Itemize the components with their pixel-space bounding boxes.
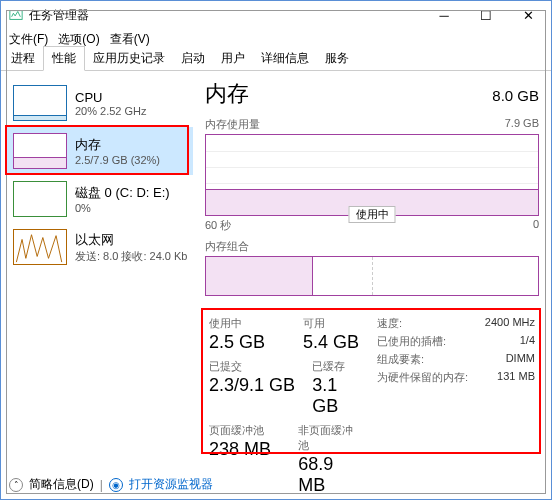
in-use-label: 使用中 (209, 316, 287, 331)
total-memory: 8.0 GB (492, 87, 539, 104)
meta-info: 速度:2400 MHz 已使用的插槽:1/4 组成要素:DIMM 为硬件保留的内… (377, 316, 535, 502)
usage-max: 7.9 GB (505, 117, 539, 132)
memory-composition-chart (205, 256, 539, 296)
net-title: 以太网 (75, 231, 188, 249)
mem-thumb (13, 133, 67, 169)
sidebar-item-memory[interactable]: 内存 2.5/7.9 GB (32%) (7, 127, 193, 175)
cpu-sub: 20% 2.52 GHz (75, 105, 147, 117)
sidebar-item-disk[interactable]: 磁盘 0 (C: D: E:) 0% (7, 175, 193, 223)
paged-label: 页面缓冲池 (209, 423, 282, 438)
tab-performance[interactable]: 性能 (43, 46, 85, 71)
committed-value: 2.3/9.1 GB (209, 375, 296, 396)
disk-sub: 0% (75, 202, 170, 214)
net-thumb (13, 229, 67, 265)
mem-sub: 2.5/7.9 GB (32%) (75, 154, 160, 166)
sidebar-item-cpu[interactable]: CPU 20% 2.52 GHz (7, 79, 193, 127)
cached-label: 已缓存 (312, 359, 361, 374)
available-value: 5.4 GB (303, 332, 359, 353)
available-label: 可用 (303, 316, 359, 331)
axis-left: 60 秒 (205, 218, 231, 233)
page-title: 内存 (205, 79, 249, 109)
in-use-value: 2.5 GB (209, 332, 287, 353)
net-sub: 发送: 8.0 接收: 24.0 Kb (75, 249, 188, 264)
mem-title: 内存 (75, 136, 160, 154)
committed-label: 已提交 (209, 359, 296, 374)
stats-panel: 使用中 2.5 GB 可用 5.4 GB 已提交 2.3/9.1 G (205, 310, 539, 503)
nonpaged-value: 68.9 MB (298, 454, 361, 496)
nonpaged-label: 非页面缓冲池 (298, 423, 361, 453)
monitor-icon: ◉ (109, 478, 123, 492)
footer: ˄ 简略信息(D) | ◉ 打开资源监视器 (9, 476, 213, 493)
memory-usage-chart: 使用中 (205, 134, 539, 216)
axis-right: 0 (533, 218, 539, 233)
disk-thumb (13, 181, 67, 217)
cached-value: 3.1 GB (312, 375, 361, 417)
resource-monitor-link[interactable]: 打开资源监视器 (129, 476, 213, 493)
cpu-thumb (13, 85, 67, 121)
paged-value: 238 MB (209, 439, 282, 460)
cpu-title: CPU (75, 90, 147, 105)
brief-info-link[interactable]: 简略信息(D) (29, 476, 94, 493)
usage-label: 内存使用量 (205, 117, 260, 132)
main-panel: 内存 8.0 GB 内存使用量 7.9 GB 使用中 60 秒 0 (193, 73, 545, 469)
composition-label: 内存组合 (205, 239, 249, 254)
sidebar-item-net[interactable]: 以太网 发送: 8.0 接收: 24.0 Kb (7, 223, 193, 271)
chevron-up-icon[interactable]: ˄ (9, 478, 23, 492)
sidebar: CPU 20% 2.52 GHz 内存 2.5/7.9 GB (32%) 磁盘 … (7, 73, 193, 469)
disk-title: 磁盘 0 (C: D: E:) (75, 184, 170, 202)
usage-badge: 使用中 (349, 206, 396, 223)
